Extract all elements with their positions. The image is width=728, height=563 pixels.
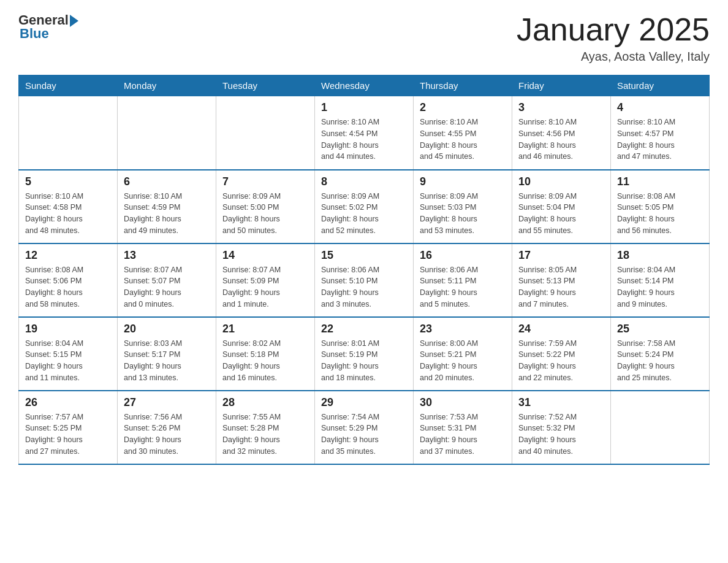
day-number: 8 [321,175,407,188]
day-number: 15 [321,249,407,262]
calendar-week-row: 5Sunrise: 8:10 AMSunset: 4:58 PMDaylight… [19,170,710,243]
day-number: 29 [321,396,407,409]
day-number: 30 [420,396,506,409]
day-number: 25 [617,323,703,335]
day-info-text: Sunrise: 8:08 AMSunset: 5:06 PMDaylight:… [25,264,111,310]
day-info-text: Sunrise: 8:07 AMSunset: 5:09 PMDaylight:… [222,264,308,310]
day-number: 5 [25,175,111,188]
day-info-text: Sunrise: 8:09 AMSunset: 5:04 PMDaylight:… [518,191,604,237]
title-block: January 2025 Ayas, Aosta Valley, Italy [517,12,710,64]
day-info-text: Sunrise: 8:01 AMSunset: 5:19 PMDaylight:… [321,338,407,384]
day-info-text: Sunrise: 8:09 AMSunset: 5:02 PMDaylight:… [321,191,407,237]
day-info-text: Sunrise: 7:55 AMSunset: 5:28 PMDaylight:… [222,412,308,458]
logo-arrow-icon [70,15,78,27]
day-of-week-header: Sunday [19,75,118,96]
day-number: 12 [25,249,111,262]
logo: General Blue [18,12,78,42]
day-info-text: Sunrise: 8:04 AMSunset: 5:14 PMDaylight:… [617,264,703,310]
calendar-day-cell: 17Sunrise: 8:05 AMSunset: 5:13 PMDayligh… [512,243,611,317]
day-of-week-header: Tuesday [216,75,315,96]
day-number: 31 [518,396,604,409]
day-info-text: Sunrise: 8:10 AMSunset: 4:58 PMDaylight:… [25,191,111,237]
day-info-text: Sunrise: 8:06 AMSunset: 5:11 PMDaylight:… [420,264,506,310]
calendar-day-cell: 27Sunrise: 7:56 AMSunset: 5:26 PMDayligh… [118,391,216,464]
day-info-text: Sunrise: 7:52 AMSunset: 5:32 PMDaylight:… [518,412,604,458]
day-number: 21 [222,323,308,335]
day-of-week-header: Friday [512,75,611,96]
day-info-text: Sunrise: 8:03 AMSunset: 5:17 PMDaylight:… [124,338,210,384]
day-number: 3 [518,101,604,114]
calendar-header-row: SundayMondayTuesdayWednesdayThursdayFrid… [19,75,710,96]
calendar-week-row: 12Sunrise: 8:08 AMSunset: 5:06 PMDayligh… [19,243,710,317]
day-number: 10 [518,175,604,188]
calendar-day-cell: 30Sunrise: 7:53 AMSunset: 5:31 PMDayligh… [414,391,512,464]
day-info-text: Sunrise: 7:56 AMSunset: 5:26 PMDaylight:… [124,412,210,458]
day-info-text: Sunrise: 8:07 AMSunset: 5:07 PMDaylight:… [124,264,210,310]
calendar-day-cell: 22Sunrise: 8:01 AMSunset: 5:19 PMDayligh… [315,317,414,391]
calendar-day-cell [19,96,118,170]
day-number: 23 [420,323,506,335]
day-info-text: Sunrise: 8:10 AMSunset: 4:54 PMDaylight:… [321,117,407,163]
calendar-day-cell: 8Sunrise: 8:09 AMSunset: 5:02 PMDaylight… [315,170,414,243]
day-info-text: Sunrise: 8:10 AMSunset: 4:56 PMDaylight:… [518,117,604,163]
calendar-day-cell: 19Sunrise: 8:04 AMSunset: 5:15 PMDayligh… [19,317,118,391]
day-number: 20 [124,323,210,335]
calendar-day-cell: 28Sunrise: 7:55 AMSunset: 5:28 PMDayligh… [216,391,315,464]
day-info-text: Sunrise: 7:53 AMSunset: 5:31 PMDaylight:… [420,412,506,458]
calendar-day-cell: 25Sunrise: 7:58 AMSunset: 5:24 PMDayligh… [611,317,710,391]
month-title: January 2025 [517,12,710,47]
calendar-day-cell: 9Sunrise: 8:09 AMSunset: 5:03 PMDaylight… [414,170,512,243]
day-info-text: Sunrise: 8:06 AMSunset: 5:10 PMDaylight:… [321,264,407,310]
calendar-day-cell: 26Sunrise: 7:57 AMSunset: 5:25 PMDayligh… [19,391,118,464]
day-number: 2 [420,101,506,114]
day-info-text: Sunrise: 7:57 AMSunset: 5:25 PMDaylight:… [25,412,111,458]
day-info-text: Sunrise: 8:05 AMSunset: 5:13 PMDaylight:… [518,264,604,310]
calendar-day-cell: 11Sunrise: 8:08 AMSunset: 5:05 PMDayligh… [611,170,710,243]
day-info-text: Sunrise: 8:02 AMSunset: 5:18 PMDaylight:… [222,338,308,384]
calendar-day-cell: 2Sunrise: 8:10 AMSunset: 4:55 PMDaylight… [414,96,512,170]
day-number: 9 [420,175,506,188]
calendar-day-cell: 6Sunrise: 8:10 AMSunset: 4:59 PMDaylight… [118,170,216,243]
day-of-week-header: Wednesday [315,75,414,96]
calendar-day-cell [118,96,216,170]
day-number: 7 [222,175,308,188]
day-info-text: Sunrise: 7:54 AMSunset: 5:29 PMDaylight:… [321,412,407,458]
day-info-text: Sunrise: 8:04 AMSunset: 5:15 PMDaylight:… [25,338,111,384]
day-number: 11 [617,175,703,188]
day-number: 17 [518,249,604,262]
day-number: 28 [222,396,308,409]
day-number: 22 [321,323,407,335]
calendar-week-row: 1Sunrise: 8:10 AMSunset: 4:54 PMDaylight… [19,96,710,170]
day-number: 4 [617,101,703,114]
day-number: 26 [25,396,111,409]
calendar-day-cell: 16Sunrise: 8:06 AMSunset: 5:11 PMDayligh… [414,243,512,317]
calendar-day-cell: 29Sunrise: 7:54 AMSunset: 5:29 PMDayligh… [315,391,414,464]
day-number: 1 [321,101,407,114]
day-number: 14 [222,249,308,262]
page-header: General Blue January 2025 Ayas, Aosta Va… [18,12,710,64]
day-info-text: Sunrise: 8:08 AMSunset: 5:05 PMDaylight:… [617,191,703,237]
calendar-day-cell: 5Sunrise: 8:10 AMSunset: 4:58 PMDaylight… [19,170,118,243]
logo-blue-text: Blue [20,26,49,42]
day-info-text: Sunrise: 8:09 AMSunset: 5:03 PMDaylight:… [420,191,506,237]
day-info-text: Sunrise: 8:10 AMSunset: 4:57 PMDaylight:… [617,117,703,163]
day-number: 24 [518,323,604,335]
day-of-week-header: Thursday [414,75,512,96]
calendar-day-cell: 7Sunrise: 8:09 AMSunset: 5:00 PMDaylight… [216,170,315,243]
day-number: 13 [124,249,210,262]
day-info-text: Sunrise: 7:58 AMSunset: 5:24 PMDaylight:… [617,338,703,384]
calendar-week-row: 26Sunrise: 7:57 AMSunset: 5:25 PMDayligh… [19,391,710,464]
day-info-text: Sunrise: 8:10 AMSunset: 4:59 PMDaylight:… [124,191,210,237]
day-number: 6 [124,175,210,188]
day-info-text: Sunrise: 8:09 AMSunset: 5:00 PMDaylight:… [222,191,308,237]
calendar-day-cell: 15Sunrise: 8:06 AMSunset: 5:10 PMDayligh… [315,243,414,317]
calendar-week-row: 19Sunrise: 8:04 AMSunset: 5:15 PMDayligh… [19,317,710,391]
day-info-text: Sunrise: 7:59 AMSunset: 5:22 PMDaylight:… [518,338,604,384]
calendar-day-cell: 1Sunrise: 8:10 AMSunset: 4:54 PMDaylight… [315,96,414,170]
day-of-week-header: Monday [118,75,216,96]
day-number: 16 [420,249,506,262]
calendar-day-cell: 14Sunrise: 8:07 AMSunset: 5:09 PMDayligh… [216,243,315,317]
calendar-day-cell [216,96,315,170]
calendar-day-cell: 18Sunrise: 8:04 AMSunset: 5:14 PMDayligh… [611,243,710,317]
day-number: 27 [124,396,210,409]
